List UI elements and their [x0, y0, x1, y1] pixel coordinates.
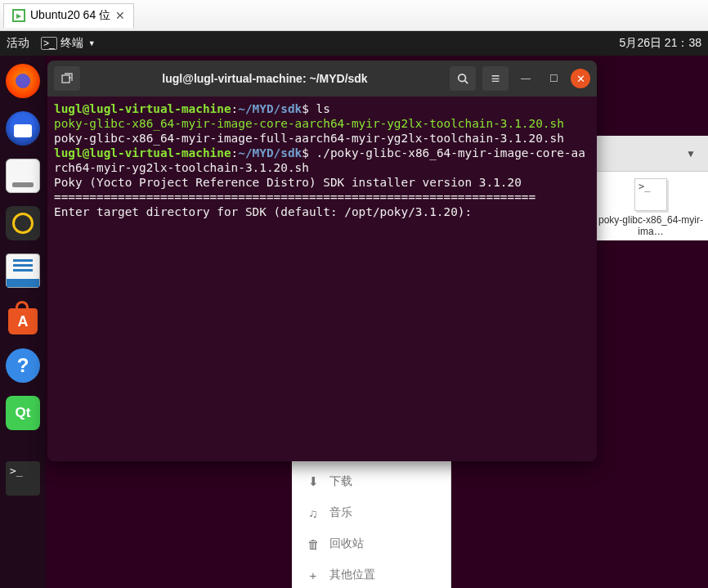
- files-sidebar: ⬇ 下载 ♫ 音乐 🗑 回收站 + 其他位置: [292, 460, 451, 588]
- files-window[interactable]: ▼ >_ poky-glibc-x86_64-myir-ima…: [594, 136, 708, 240]
- terminal-window: lugl@lugl-virtual-machine: ~/MYD/sdk — ☐…: [47, 61, 597, 461]
- output-line: Poky (Yocto Project Reference Distro) SD…: [54, 176, 522, 189]
- command-text: ls: [316, 102, 330, 115]
- prompt-path: ~/MYD/sdk: [238, 102, 302, 115]
- shell-script-icon: >_: [634, 178, 667, 211]
- sidebar-item-label: 下载: [329, 474, 352, 489]
- trash-icon: 🗑: [307, 537, 320, 551]
- files-launcher[interactable]: [6, 159, 40, 193]
- terminal-titlebar[interactable]: lugl@lugl-virtual-machine: ~/MYD/sdk — ☐…: [47, 61, 597, 97]
- svg-rect-0: [62, 75, 69, 83]
- search-icon: [457, 73, 468, 84]
- prompt-user: lugl@lugl-virtual-machine: [54, 146, 231, 159]
- terminal-title: lugl@lugl-virtual-machine: ~/MYD/sdk: [87, 72, 443, 85]
- terminal-body[interactable]: lugl@lugl-virtual-machine:~/MYD/sdk$ ls …: [47, 97, 597, 461]
- output-line: Enter target directory for SDK (default:…: [54, 205, 479, 218]
- ubuntu-top-bar: 活动 >_ 终端 ▼ 5月26日 21：38: [0, 31, 708, 56]
- minimize-button[interactable]: —: [515, 68, 536, 89]
- app-menu-label: 终端: [60, 36, 83, 51]
- maximize-button[interactable]: ☐: [543, 68, 564, 89]
- activities-button[interactable]: 活动: [7, 36, 29, 51]
- new-tab-button[interactable]: [54, 66, 80, 91]
- output-line: poky-glibc-x86_64-myir-image-core-aarch6…: [54, 117, 564, 130]
- vm-tab-bar: Ubuntu20 64 位 ✕: [0, 0, 708, 31]
- ubuntu-software-launcher[interactable]: [6, 301, 40, 335]
- rhythmbox-launcher[interactable]: [6, 206, 40, 240]
- dock: ? Qt: [0, 56, 46, 588]
- output-line: ========================================…: [54, 191, 535, 204]
- sidebar-item-music[interactable]: ♫ 音乐: [292, 497, 450, 528]
- prompt-sep: :: [231, 146, 239, 159]
- prompt-user: lugl@lugl-virtual-machine: [54, 102, 231, 115]
- firefox-launcher[interactable]: [6, 64, 40, 98]
- svg-point-1: [459, 74, 466, 82]
- file-item[interactable]: >_ poky-glibc-x86_64-myir-ima…: [594, 172, 708, 240]
- prompt-symbol: $: [302, 146, 309, 159]
- svg-line-2: [465, 81, 468, 84]
- prompt-sep: :: [231, 102, 239, 115]
- sidebar-item-label: 回收站: [329, 536, 364, 551]
- thunderbird-launcher[interactable]: [6, 111, 40, 146]
- search-button[interactable]: [450, 66, 476, 91]
- prompt-symbol: $: [302, 102, 309, 115]
- music-icon: ♫: [307, 506, 320, 520]
- download-icon: ⬇: [307, 474, 320, 489]
- qt-creator-launcher[interactable]: Qt: [6, 396, 40, 430]
- sidebar-item-other-locations[interactable]: + 其他位置: [292, 559, 450, 588]
- clock[interactable]: 5月26日 21：38: [620, 36, 701, 51]
- sidebar-item-label: 其他位置: [329, 568, 375, 582]
- prompt-path: ~/MYD/sdk: [238, 146, 302, 159]
- libreoffice-writer-launcher[interactable]: [6, 254, 40, 288]
- vm-running-icon: [12, 9, 25, 22]
- plus-icon: +: [307, 568, 320, 582]
- terminal-icon: >_: [41, 37, 57, 50]
- hamburger-menu-button[interactable]: [482, 66, 509, 91]
- new-tab-icon: [60, 72, 74, 85]
- chevron-down-icon: ▼: [88, 39, 96, 47]
- help-launcher[interactable]: ?: [6, 348, 40, 383]
- chevron-down-icon[interactable]: ▼: [680, 143, 701, 164]
- file-label: poky-glibc-x86_64-myir-ima…: [597, 214, 705, 237]
- desktop: ? Qt 帮助 ▼ >_ poky-glibc-x86_64-myir-ima……: [0, 56, 708, 588]
- sidebar-item-trash[interactable]: 🗑 回收站: [292, 528, 450, 559]
- files-header-bar: ▼: [594, 136, 708, 172]
- app-menu-button[interactable]: >_ 终端 ▼: [41, 36, 96, 51]
- vm-tab-label: Ubuntu20 64 位: [30, 8, 110, 23]
- vm-tab[interactable]: Ubuntu20 64 位 ✕: [3, 3, 134, 28]
- sidebar-item-downloads[interactable]: ⬇ 下载: [292, 466, 450, 497]
- output-line: poky-glibc-x86_64-myir-image-full-aarch6…: [54, 132, 564, 145]
- close-button[interactable]: ✕: [571, 69, 590, 88]
- terminal-launcher[interactable]: [6, 461, 40, 496]
- sidebar-item-label: 音乐: [329, 505, 352, 520]
- close-icon[interactable]: ✕: [115, 9, 125, 22]
